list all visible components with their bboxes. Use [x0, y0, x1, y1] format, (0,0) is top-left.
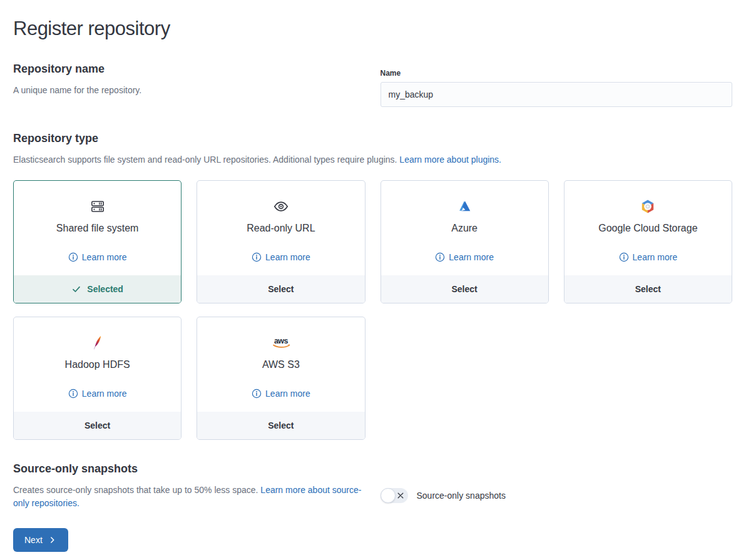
source-only-text: Source-only snapshots Creates source-onl… [13, 462, 365, 510]
learn-more-link[interactable]: Learn more [252, 252, 310, 262]
info-icon [252, 389, 262, 399]
card-google-cloud-storage[interactable]: Google Cloud Storage Learn more Select [564, 180, 732, 303]
card-select-footer[interactable]: Select [197, 275, 364, 303]
info-icon [68, 389, 78, 399]
learn-more-link[interactable]: Learn more [619, 252, 678, 262]
repository-name-description: A unique name for the repository. [13, 84, 365, 97]
source-only-description: Creates source-only snapshots that take … [13, 484, 365, 510]
source-only-toggle-row[interactable]: Source-only snapshots [381, 488, 733, 503]
card-select-footer[interactable]: Select [381, 275, 548, 303]
repository-type-section: Repository type Elasticsearch supports f… [13, 132, 732, 440]
card-title: Shared file system [14, 223, 181, 234]
source-only-heading: Source-only snapshots [13, 462, 365, 476]
azure-logo-icon [381, 197, 548, 216]
aws-logo-icon: aws [197, 333, 364, 352]
repository-type-heading: Repository type [13, 132, 732, 145]
card-select-footer[interactable]: Select [197, 412, 364, 439]
eye-icon [197, 197, 364, 216]
source-only-toggle-label[interactable]: Source-only snapshots [417, 491, 506, 501]
next-button[interactable]: Next [13, 528, 68, 552]
info-icon [435, 252, 445, 262]
info-icon [252, 252, 262, 262]
name-field-label: Name [381, 69, 733, 78]
card-title: AWS S3 [197, 359, 364, 370]
info-icon [68, 252, 78, 262]
source-only-section: Source-only snapshots Creates source-onl… [13, 462, 732, 510]
toggle-thumb [381, 488, 396, 503]
repository-type-card-grid: Shared file system Learn more Selected [13, 180, 732, 440]
card-shared-file-system[interactable]: Shared file system Learn more Selected [13, 180, 181, 303]
repository-name-text: Repository name A unique name for the re… [13, 63, 365, 107]
repository-name-field-group: Name [381, 69, 733, 107]
card-title: Hadoop HDFS [14, 359, 181, 370]
card-aws-s3[interactable]: aws AWS S3 Learn more Select [197, 317, 365, 440]
repository-type-description-text: Elasticsearch supports file system and r… [13, 155, 397, 165]
learn-more-link[interactable]: Learn more [435, 252, 494, 262]
source-only-description-text: Creates source-only snapshots that take … [13, 485, 258, 495]
source-only-toggle[interactable] [381, 488, 408, 503]
repository-type-description: Elasticsearch supports file system and r… [13, 153, 732, 166]
check-icon [71, 284, 81, 294]
learn-more-link[interactable]: Learn more [252, 389, 310, 399]
card-title: Azure [381, 223, 548, 234]
plugins-learn-more-link[interactable]: Learn more about plugins. [399, 155, 501, 165]
info-icon [619, 252, 629, 262]
cross-icon [397, 492, 404, 499]
apache-feather-logo-icon [14, 333, 181, 352]
google-cloud-logo-icon [565, 197, 732, 216]
storage-icon [14, 197, 181, 216]
card-read-only-url[interactable]: Read-only URL Learn more Select [197, 180, 365, 303]
page-title: Register repository [13, 18, 732, 40]
repository-name-heading: Repository name [13, 63, 365, 76]
repository-name-section: Repository name A unique name for the re… [13, 63, 732, 107]
card-select-footer[interactable]: Select [565, 275, 732, 303]
svg-text:aws: aws [274, 337, 289, 345]
card-title: Read-only URL [197, 223, 364, 234]
chevron-right-icon [48, 536, 57, 544]
card-hadoop-hdfs[interactable]: Hadoop HDFS Learn more Select [13, 317, 181, 440]
card-azure[interactable]: Azure Learn more Select [381, 180, 549, 303]
source-only-toggle-group: Source-only snapshots [381, 488, 733, 510]
card-selected-footer[interactable]: Selected [14, 275, 181, 303]
repository-name-input[interactable] [381, 82, 733, 107]
learn-more-link[interactable]: Learn more [68, 389, 127, 399]
learn-more-link[interactable]: Learn more [68, 252, 127, 262]
card-select-footer[interactable]: Select [14, 412, 181, 439]
card-title: Google Cloud Storage [565, 223, 732, 234]
